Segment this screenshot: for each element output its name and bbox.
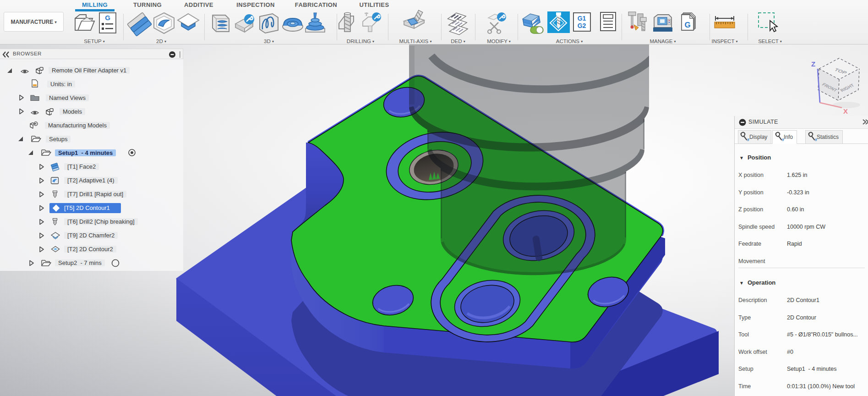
svg-text:G2: G2 [578,22,586,29]
svg-text:G: G [105,14,110,22]
svg-text:X: X [843,107,848,115]
svg-text:Z: Z [811,60,815,68]
svg-text:G: G [684,21,690,29]
svg-text:G1: G1 [578,15,586,22]
